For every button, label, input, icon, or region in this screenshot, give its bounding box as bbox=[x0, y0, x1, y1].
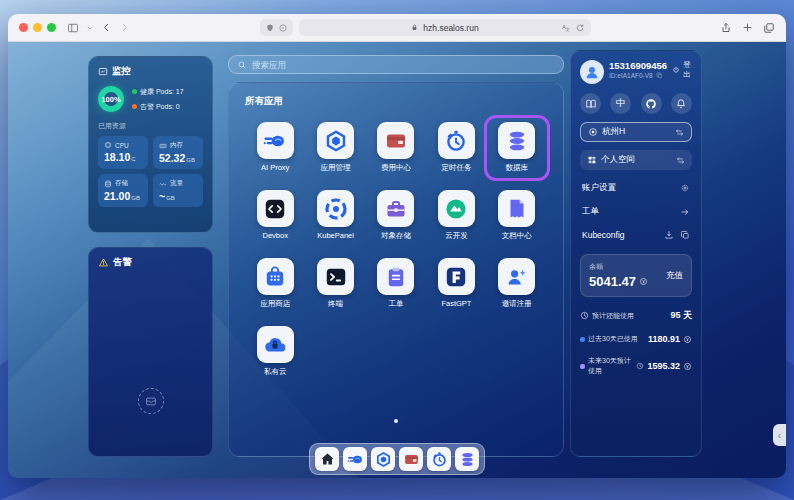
zoom-button[interactable] bbox=[47, 23, 56, 32]
user-name: 15316909456 bbox=[609, 60, 667, 71]
sidebar-icon[interactable] bbox=[67, 22, 79, 34]
privatecloud-icon bbox=[263, 333, 287, 357]
reload-icon bbox=[575, 23, 585, 33]
clock-icon bbox=[636, 362, 644, 370]
docs-app-icon bbox=[498, 190, 535, 227]
user-menu: 账户设置 工单 Kubeconfig bbox=[580, 170, 692, 240]
dock-ai-proxy[interactable] bbox=[343, 447, 367, 471]
app-label: 应用商店 bbox=[260, 299, 290, 309]
app-ai-proxy[interactable]: AI Proxy bbox=[245, 118, 305, 178]
menu-工单[interactable]: 工单 bbox=[580, 206, 692, 218]
copy-icon bbox=[680, 230, 690, 240]
legend-item: 告警 Pods: 0 bbox=[132, 102, 184, 112]
forward-button[interactable] bbox=[119, 22, 130, 33]
app-devbox[interactable]: Devbox bbox=[245, 186, 305, 246]
app-workorder[interactable]: 工单 bbox=[366, 254, 426, 314]
back-icon bbox=[101, 22, 112, 33]
devbox-app-icon bbox=[257, 190, 294, 227]
search-input[interactable] bbox=[252, 60, 555, 70]
target-icon bbox=[588, 127, 598, 137]
dock-costcenter[interactable] bbox=[399, 447, 423, 471]
dock-database[interactable] bbox=[455, 447, 479, 471]
resources-grid: CPU 18.10C内存 52.32GB存储 21.00GB流量 ~GB bbox=[98, 136, 203, 207]
privatecloud-app-icon bbox=[257, 326, 294, 363]
logout-button[interactable]: 登出 bbox=[672, 60, 692, 80]
resources-title: 已用资源 bbox=[98, 121, 203, 131]
billing-row: 预计还能使用 95 天 bbox=[580, 309, 692, 322]
app-search-bar[interactable] bbox=[228, 55, 564, 74]
dock-launchpad[interactable] bbox=[371, 447, 395, 471]
billing-rows: 预计还能使用 95 天过去30天已使用 1180.91未来30天预计使用 159… bbox=[580, 297, 692, 376]
donut-percent: 100% bbox=[101, 95, 120, 104]
app-costcenter[interactable]: 费用中心 bbox=[366, 118, 426, 178]
app-invite[interactable]: 邀请注册 bbox=[487, 254, 547, 314]
storage-icon bbox=[104, 180, 112, 188]
app-appstore[interactable]: 应用商店 bbox=[245, 254, 305, 314]
app-fastgpt[interactable]: FastGPT bbox=[426, 254, 486, 314]
recharge-button[interactable]: 充值 bbox=[666, 270, 683, 282]
coin-icon bbox=[639, 277, 648, 286]
swap-icon bbox=[675, 128, 684, 137]
url-bar[interactable]: hzh.sealos.run A文 bbox=[299, 19, 591, 36]
app-database[interactable]: 数据库 bbox=[487, 118, 547, 178]
menu-Kubeconfig[interactable]: Kubeconfig bbox=[580, 230, 692, 240]
grid4-icon bbox=[587, 155, 597, 165]
app-objectstorage[interactable]: 对象存储 bbox=[366, 186, 426, 246]
app-laf[interactable]: 云开发 bbox=[426, 186, 486, 246]
dock-cronjob[interactable] bbox=[427, 447, 451, 471]
appstore-icon bbox=[263, 265, 287, 289]
chevdown-icon bbox=[86, 24, 94, 32]
app-grid: AI Proxy 应用管理 费用中心 定时任务 数据库 Devbox KubeP… bbox=[245, 118, 547, 382]
back-button[interactable] bbox=[101, 22, 112, 33]
translate-icon[interactable]: A文 bbox=[561, 23, 571, 33]
invite-app-icon bbox=[498, 258, 535, 295]
book-button[interactable] bbox=[580, 93, 601, 114]
bell-button[interactable] bbox=[671, 93, 692, 114]
extensions-pill[interactable] bbox=[260, 19, 293, 36]
app-cronjob[interactable]: 定时任务 bbox=[426, 118, 486, 178]
github-button[interactable] bbox=[641, 93, 662, 114]
svg-text:文: 文 bbox=[565, 27, 569, 32]
browser-chrome: hzh.sealos.run A文 bbox=[8, 14, 786, 42]
close-button[interactable] bbox=[19, 23, 28, 32]
gear-icon bbox=[680, 183, 690, 193]
database-icon bbox=[459, 451, 476, 468]
tabs-overview-icon[interactable] bbox=[763, 22, 775, 34]
terminal-app-icon bbox=[317, 258, 354, 295]
search-icon bbox=[237, 60, 247, 70]
share-icon[interactable] bbox=[720, 22, 732, 34]
app-privatecloud[interactable]: 私有云 bbox=[245, 322, 305, 382]
copy-id-icon[interactable] bbox=[656, 72, 663, 79]
kubepanel-app-icon bbox=[317, 190, 354, 227]
minimize-button[interactable] bbox=[33, 23, 42, 32]
app-label: 定时任务 bbox=[441, 163, 471, 173]
quick-buttons: 中 bbox=[580, 93, 692, 114]
new-tab-icon[interactable] bbox=[742, 22, 753, 33]
page-indicator-dot[interactable] bbox=[394, 419, 398, 423]
app-kubepanel[interactable]: KubePanel bbox=[305, 186, 365, 246]
app-terminal[interactable]: 终端 bbox=[305, 254, 365, 314]
plus-icon bbox=[742, 22, 753, 33]
menu-账户设置[interactable]: 账户设置 bbox=[580, 182, 692, 194]
dock-home[interactable] bbox=[315, 447, 339, 471]
pods-legend: 健康 Pods: 17告警 Pods: 0 bbox=[132, 87, 184, 112]
workspace-selector[interactable]: 个人空间 bbox=[580, 150, 692, 170]
chart-icon bbox=[98, 67, 108, 77]
workspace-icon bbox=[587, 155, 597, 165]
app-docs[interactable]: 文档中心 bbox=[487, 186, 547, 246]
resource-card-storage: 存储 21.00GB bbox=[98, 174, 148, 207]
language-button[interactable]: 中 bbox=[610, 93, 631, 114]
monitoring-panel: 监控 100% 健康 Pods: 17告警 Pods: 0 已用资源 CPU 1… bbox=[88, 56, 213, 233]
legend-dot bbox=[132, 89, 137, 94]
monitor-chart-icon bbox=[98, 67, 108, 77]
app-launchpad[interactable]: 应用管理 bbox=[305, 118, 365, 178]
collapse-handle[interactable]: ‹ bbox=[773, 424, 786, 446]
objectstorage-icon bbox=[384, 197, 408, 221]
avatar[interactable] bbox=[580, 60, 604, 84]
reload-icon[interactable] bbox=[575, 23, 585, 33]
window-controls[interactable] bbox=[19, 23, 56, 32]
balance-card: 余额 5041.47 充值 bbox=[580, 254, 692, 297]
region-label: 杭州H bbox=[602, 126, 625, 138]
chevron-down-icon[interactable] bbox=[86, 24, 94, 32]
region-selector[interactable]: 杭州H bbox=[580, 122, 692, 142]
